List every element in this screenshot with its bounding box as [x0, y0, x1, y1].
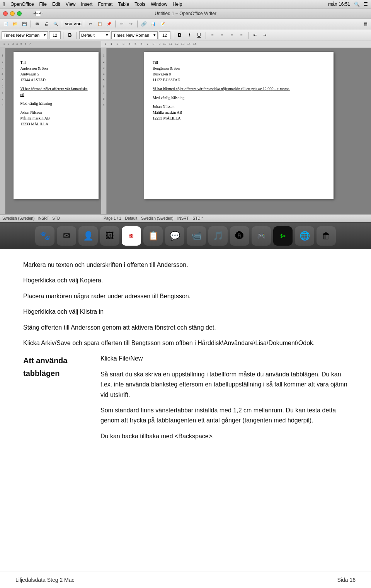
copy-button[interactable]: 📋 — [95, 20, 104, 28]
dock-game[interactable]: 🎮 — [252, 226, 271, 246]
menu-format[interactable]: Format — [98, 2, 112, 7]
font-name-dropdown-right[interactable]: Times New Roman ▾ — [111, 31, 158, 39]
instruction-2: Högerklicka och välj Kopiera. — [23, 275, 348, 285]
instruction-1: Markera nu texten och underskriften i of… — [23, 260, 348, 270]
dock-mail[interactable]: ✉ — [57, 226, 76, 246]
dock-trash[interactable]: 🗑 — [317, 226, 336, 246]
doc-left-body-text: Vi har härmed nöjet offerera vår fantast… — [20, 87, 88, 97]
status-lang-right: Swedish (Sweden) — [141, 216, 173, 220]
apple-menu[interactable]:  — [3, 1, 5, 7]
undo-button[interactable]: ↩ — [117, 20, 126, 28]
toolbar-sep-2 — [62, 21, 62, 27]
font-size-left[interactable]: 12 — [49, 31, 61, 39]
paste-button[interactable]: 📌 — [105, 20, 113, 28]
minimize-button[interactable] — [10, 11, 15, 16]
doc-left-greeting: Med vänlig hälsning — [20, 101, 92, 106]
dock-photos[interactable]: 🖼 — [100, 226, 119, 246]
align-right-button[interactable]: ≡ — [228, 31, 236, 39]
instruction-6: Klicka Arkiv/Save och spara offerten til… — [23, 338, 348, 348]
dock-appstore[interactable]: 🅐 — [230, 226, 249, 246]
italic-button[interactable]: I — [185, 31, 194, 39]
sidebar-toggle-button[interactable]: ▤ — [361, 20, 369, 28]
doc-icon-label: offand.o — [33, 12, 43, 15]
dock-network[interactable]: 🌐 — [295, 226, 314, 246]
menu-tools[interactable]: Tools — [134, 2, 145, 7]
bold-button[interactable]: B — [175, 31, 184, 39]
preview-button[interactable]: 🔍 — [51, 20, 60, 28]
style-dropdown[interactable]: Default ▾ — [79, 31, 110, 39]
dock-facetime[interactable]: 📹 — [187, 226, 206, 246]
print-button[interactable]: 🖨 — [42, 20, 51, 28]
draw-button[interactable]: 📝 — [158, 20, 167, 28]
dock-calendar[interactable]: 26 — [122, 226, 141, 246]
menu-openoffice[interactable]: OpenOffice — [10, 2, 34, 7]
menu-window[interactable]: Window — [151, 2, 167, 7]
status-insert-left: INSRT — [37, 216, 49, 220]
doc-paper-right[interactable]: Till Bengtsson & Son Busvägen 8 11122 BU… — [144, 52, 334, 199]
indent-button[interactable]: ⇥ — [260, 31, 269, 39]
dock-notes[interactable]: 📋 — [143, 226, 163, 246]
font-name-right-label: Times New Roman — [113, 33, 149, 38]
format-sep-5 — [248, 32, 248, 39]
maximize-button[interactable] — [17, 11, 22, 16]
doc-panel-left: Till Andersson & Son Andvägen 5 12344 AL… — [5, 48, 107, 214]
cut-button[interactable]: ✂ — [86, 20, 95, 28]
dock-terminal[interactable]: $> — [273, 226, 293, 246]
bold-button-left[interactable]: B — [66, 31, 74, 39]
hyperlink-button[interactable]: 🔗 — [140, 20, 148, 28]
search-icon[interactable]: 🔍 — [354, 2, 360, 7]
instruction-4: Högerklicka och välj Klistra in — [23, 307, 348, 317]
save-button[interactable]: 💾 — [20, 20, 29, 28]
table-button[interactable]: 📊 — [149, 20, 157, 28]
doc-right-name: Bengtsson & Son — [153, 66, 180, 70]
mac-menubar:  OpenOffice File Edit View Insert Forma… — [0, 0, 371, 9]
ruler-left: · 1 · 2 · 3 · 4 · 5 · 6 · 7 · — [0, 41, 101, 48]
doc-left-body: Vi har härmed nöjet offerera vår fantast… — [20, 86, 92, 97]
format-sep-2 — [77, 32, 77, 39]
spellcheck2-button[interactable]: ABC — [73, 20, 82, 28]
menu-icon[interactable]: ☰ — [364, 2, 368, 7]
dock-contacts[interactable]: 👤 — [78, 226, 98, 246]
toolbar-sep-3 — [84, 21, 84, 27]
ruler-area: · 1 · 2 · 3 · 4 · 5 · 6 · 7 · · 1 · · 1 … — [0, 41, 371, 48]
vertical-ruler-right: 1 2 3 4 5 6 7 8 9 — [101, 48, 107, 214]
menu-insert[interactable]: Insert — [81, 2, 92, 7]
email-button[interactable]: ✉ — [33, 20, 41, 28]
close-button[interactable] — [3, 11, 8, 16]
section-para-1: Så snart du ska skriva en uppställning i… — [100, 369, 348, 400]
footer-left: Liljedalsdata Steg 2 Mac — [15, 577, 75, 583]
underline-button[interactable]: U — [195, 31, 203, 39]
doc-left-signature: Johan Nilsson Målilla maskin AB 12233 MÅ… — [20, 109, 92, 127]
section-intro: Klicka File/New — [100, 354, 348, 364]
doc-right-body-text: Vi har härmed nöjet offerera vår fantast… — [153, 87, 290, 91]
dock-music[interactable]: 🎵 — [208, 226, 228, 246]
section-content: Klicka File/New Så snart du ska skriva e… — [100, 354, 348, 447]
font-name-dropdown-left[interactable]: Times New Roman ▾ — [2, 31, 48, 39]
doc-paper-left[interactable]: Till Andersson & Son Andvägen 5 12344 AL… — [14, 52, 99, 199]
align-left-button[interactable]: ≡ — [208, 31, 217, 39]
open-button[interactable]: 📂 — [11, 20, 19, 28]
menu-view[interactable]: View — [66, 2, 76, 7]
document-area: 1 2 3 4 5 6 7 8 9 Till Andersson & Son A… — [0, 48, 371, 214]
align-center-button[interactable]: ≡ — [218, 31, 226, 39]
format-sep-4 — [206, 32, 206, 39]
font-size-right[interactable]: 12 — [159, 31, 170, 39]
menu-help[interactable]: Help — [173, 2, 182, 7]
footer-right: Sida 16 — [337, 577, 356, 583]
menubar-time: mån 16:51 — [328, 2, 350, 7]
doc-right-address: Till Bengtsson & Son Busvägen 8 11122 BU… — [153, 60, 325, 83]
menu-table[interactable]: Table — [118, 2, 129, 7]
new-doc-button[interactable]: 📄 — [2, 20, 10, 28]
outdent-button[interactable]: ⇤ — [251, 31, 259, 39]
dock-messages[interactable]: 💬 — [165, 226, 184, 246]
menu-file[interactable]: File — [39, 2, 47, 7]
menu-edit[interactable]: Edit — [52, 2, 60, 7]
toolbar-sep-5 — [137, 21, 138, 27]
status-std-left: STD — [52, 216, 60, 220]
dock-finder[interactable]: 🐾 — [35, 226, 54, 246]
redo-button[interactable]: ↪ — [127, 20, 135, 28]
align-justify-button[interactable]: ≡ — [237, 31, 246, 39]
ruler-main: · 1 · · 1 · · 2 · · 3 · · 4 · · 5 · · 6 … — [101, 41, 371, 48]
spellcheck-button[interactable]: ABC — [64, 20, 73, 28]
oo-titlebar: offand.o Untitled 1 – OpenOffice Writer — [0, 9, 371, 19]
